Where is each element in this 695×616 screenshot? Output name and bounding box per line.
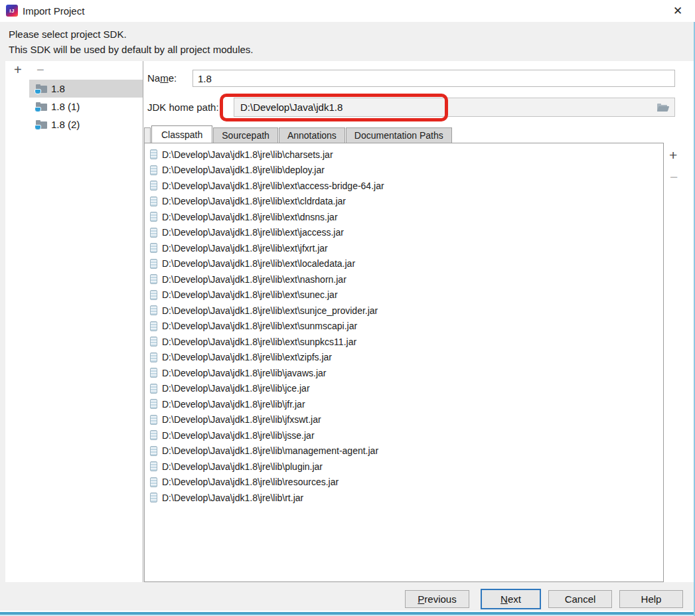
- jar-archive-icon: [150, 399, 157, 409]
- jar-archive-icon: [150, 461, 157, 471]
- tab-label: Sourcepath: [222, 130, 270, 141]
- jar-path-text: D:\Develop\Java\jdk1.8\jre\lib\charsets.…: [162, 149, 333, 160]
- name-label: Name:: [147, 70, 177, 87]
- jar-archive-icon: [150, 290, 157, 300]
- classpath-entry-row[interactable]: D:\Develop\Java\jdk1.8\jre\lib\ext\nasho…: [145, 271, 663, 287]
- classpath-entry-row[interactable]: D:\Develop\Java\jdk1.8\jre\lib\ext\jfxrt…: [145, 240, 663, 256]
- classpath-entry-row[interactable]: D:\Develop\Java\jdk1.8\jre\lib\ext\dnsns…: [145, 209, 663, 225]
- jdk-home-path-field[interactable]: D:\Develop\Java\jdk1.8: [234, 98, 675, 117]
- tab-strip-stub: [144, 127, 151, 143]
- jar-archive-icon: [150, 196, 157, 206]
- classpath-entry-row[interactable]: D:\Develop\Java\jdk1.8\jre\lib\rt.jar: [145, 490, 663, 506]
- jar-path-text: D:\Develop\Java\jdk1.8\jre\lib\jce.jar: [162, 383, 310, 394]
- tab[interactable]: Annotations: [279, 127, 345, 143]
- classpath-entry-row[interactable]: D:\Develop\Java\jdk1.8\jre\lib\ext\local…: [145, 256, 663, 272]
- dialog-header: Please select project SDK. This SDK will…: [0, 22, 695, 61]
- jar-archive-icon: [150, 274, 157, 284]
- jar-path-text: D:\Develop\Java\jdk1.8\jre\lib\ext\dnsns…: [162, 212, 338, 222]
- sdk-list: 1.8 1.8 (1): [5, 80, 143, 133]
- sdk-list-item[interactable]: 1.8 (1): [5, 98, 143, 116]
- jar-archive-icon: [150, 181, 157, 191]
- classpath-entry-row[interactable]: D:\Develop\Java\jdk1.8\jre\lib\ext\sunjc…: [145, 303, 663, 319]
- next-button[interactable]: Next: [481, 589, 541, 609]
- jar-archive-icon: [150, 352, 157, 362]
- title-bar: IJ Import Project ✕: [0, 0, 695, 22]
- jar-path-text: D:\Develop\Java\jdk1.8\jre\lib\resources…: [162, 477, 339, 487]
- jar-path-text: D:\Develop\Java\jdk1.8\jre\lib\deploy.ja…: [162, 165, 325, 175]
- jar-archive-icon: [150, 415, 157, 425]
- jar-archive-icon: [150, 368, 157, 378]
- add-classpath-entry-button[interactable]: +: [669, 147, 677, 163]
- name-input[interactable]: [193, 70, 675, 87]
- classpath-entry-row[interactable]: D:\Develop\Java\jdk1.8\jre\lib\ext\zipfs…: [145, 350, 663, 366]
- classpath-entry-row[interactable]: D:\Develop\Java\jdk1.8\jre\lib\ext\jacce…: [145, 225, 663, 241]
- intellij-idea-logo-icon: IJ: [6, 5, 18, 17]
- sdk-item-label: 1.8: [51, 83, 65, 94]
- classpath-entry-row[interactable]: D:\Develop\Java\jdk1.8\jre\lib\ext\acces…: [145, 178, 663, 194]
- jar-path-text: D:\Develop\Java\jdk1.8\jre\lib\jfr.jar: [162, 399, 305, 410]
- jar-path-text: D:\Develop\Java\jdk1.8\jre\lib\jfxswt.ja…: [162, 414, 321, 425]
- classpath-entry-row[interactable]: D:\Develop\Java\jdk1.8\jre\lib\charsets.…: [145, 147, 663, 163]
- close-icon[interactable]: ✕: [669, 3, 686, 20]
- jar-path-text: D:\Develop\Java\jdk1.8\jre\lib\ext\sunpk…: [162, 337, 356, 347]
- jar-archive-icon: [150, 149, 157, 159]
- jar-archive-icon: [150, 305, 157, 315]
- jar-path-text: D:\Develop\Java\jdk1.8\jre\lib\ext\local…: [162, 258, 355, 269]
- classpath-entry-row[interactable]: D:\Develop\Java\jdk1.8\jre\lib\plugin.ja…: [145, 459, 663, 475]
- jar-archive-icon: [150, 446, 157, 456]
- tab-label: Documentation Paths: [354, 130, 443, 141]
- cancel-button[interactable]: Cancel: [548, 590, 612, 608]
- tab[interactable]: Documentation Paths: [346, 127, 452, 143]
- classpath-entry-row[interactable]: D:\Develop\Java\jdk1.8\jre\lib\resources…: [145, 475, 663, 491]
- jar-archive-icon: [150, 259, 157, 269]
- classpath-entry-row[interactable]: D:\Develop\Java\jdk1.8\jre\lib\ext\cldrd…: [145, 194, 663, 210]
- classpath-entry-row[interactable]: D:\Develop\Java\jdk1.8\jre\lib\jfxswt.ja…: [145, 412, 663, 428]
- jar-archive-icon: [150, 477, 157, 487]
- remove-classpath-entry-button: −: [670, 169, 678, 185]
- jar-path-text: D:\Develop\Java\jdk1.8\jre\lib\ext\jfxrt…: [162, 243, 328, 254]
- jar-path-text: D:\Develop\Java\jdk1.8\jre\lib\javaws.ja…: [162, 368, 326, 378]
- jar-archive-icon: [150, 228, 157, 238]
- classpath-entry-row[interactable]: D:\Develop\Java\jdk1.8\jre\lib\ext\sunec…: [145, 287, 663, 303]
- jar-path-text: D:\Develop\Java\jdk1.8\jre\lib\ext\nasho…: [162, 274, 347, 285]
- browse-folder-icon[interactable]: [657, 102, 669, 112]
- classpath-entry-row[interactable]: D:\Develop\Java\jdk1.8\jre\lib\jfr.jar: [145, 396, 663, 412]
- tab-label: Annotations: [287, 130, 337, 141]
- help-button[interactable]: Help: [619, 590, 683, 608]
- dialog-footer: Previous Next Cancel Help: [0, 582, 695, 612]
- jar-archive-icon: [150, 430, 157, 440]
- jar-archive-icon: [150, 337, 157, 346]
- classpath-entry-row[interactable]: D:\Develop\Java\jdk1.8\jre\lib\managemen…: [145, 443, 663, 459]
- classpath-entry-row[interactable]: D:\Develop\Java\jdk1.8\jre\lib\ext\sunpk…: [145, 334, 663, 350]
- jar-path-text: D:\Develop\Java\jdk1.8\jre\lib\plugin.ja…: [162, 461, 323, 472]
- classpath-entry-row[interactable]: D:\Develop\Java\jdk1.8\jre\lib\deploy.ja…: [145, 163, 663, 179]
- jar-archive-icon: [150, 165, 157, 175]
- classpath-entry-row[interactable]: D:\Develop\Java\jdk1.8\jre\lib\jce.jar: [145, 381, 663, 397]
- window-title: Import Project: [23, 0, 84, 22]
- sdk-sidebar: + − 1.8: [5, 61, 143, 582]
- tab[interactable]: Classpath: [151, 125, 212, 143]
- jar-path-text: D:\Develop\Java\jdk1.8\jre\lib\ext\sunjc…: [162, 305, 378, 316]
- jar-path-text: D:\Develop\Java\jdk1.8\jre\lib\ext\sunms…: [162, 321, 357, 331]
- remove-sdk-button[interactable]: −: [37, 62, 44, 78]
- jar-path-text: D:\Develop\Java\jdk1.8\jre\lib\rt.jar: [162, 493, 303, 503]
- classpath-entry-row[interactable]: D:\Develop\Java\jdk1.8\jre\lib\javaws.ja…: [145, 365, 663, 381]
- sdk-list-item[interactable]: 1.8: [5, 80, 143, 98]
- classpath-entry-row[interactable]: D:\Develop\Java\jdk1.8\jre\lib\ext\sunms…: [145, 319, 663, 335]
- sidebar-toolbar: + −: [5, 61, 143, 80]
- jar-archive-icon: [150, 243, 157, 253]
- previous-button[interactable]: Previous: [405, 590, 469, 608]
- sdk-list-item[interactable]: 1.8 (2): [5, 116, 143, 133]
- jdk-home-path-label: JDK home path:: [147, 98, 219, 117]
- jar-archive-icon: [150, 384, 157, 394]
- classpath-list: D:\Develop\Java\jdk1.8\jre\lib\charsets.…: [144, 143, 664, 582]
- import-project-dialog: IJ Import Project ✕ Please select projec…: [0, 0, 695, 616]
- add-sdk-button[interactable]: +: [14, 62, 22, 78]
- tab[interactable]: Sourcepath: [213, 127, 278, 143]
- jdk-folder-icon: [36, 119, 47, 130]
- sdk-item-label: 1.8 (2): [51, 119, 80, 130]
- tab-label: Classpath: [161, 129, 202, 140]
- classpath-entry-row[interactable]: D:\Develop\Java\jdk1.8\jre\lib\jsse.jar: [145, 427, 663, 443]
- jar-path-text: D:\Develop\Java\jdk1.8\jre\lib\ext\sunec…: [162, 289, 338, 300]
- header-line-2: This SDK will be used by default by all …: [9, 44, 254, 55]
